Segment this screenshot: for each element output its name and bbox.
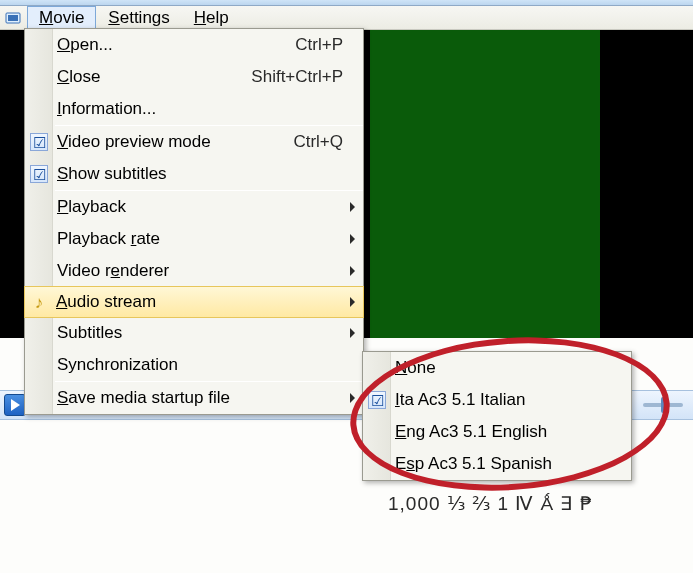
music-icon: ♪ — [30, 294, 48, 312]
menu-item-show-subtitles[interactable]: ☑ Show subtitles — [25, 158, 363, 190]
menu-item-label: Video preview mode — [57, 132, 283, 152]
sample-text-row: 1,000 ⅓ ⅔ 1 Ⅳ Ǻ ∃ ₱ — [388, 492, 593, 515]
submenu-arrow-icon — [350, 297, 355, 307]
menu-item-shortcut: Shift+Ctrl+P — [251, 67, 343, 87]
menu-movie-label: Movie — [39, 8, 84, 27]
menu-item-label: Audio stream — [56, 292, 343, 312]
menu-item-label: Ita Ac3 5.1 Italian — [395, 390, 611, 410]
menu-item-label: Save media startup file — [57, 388, 343, 408]
submenu-item-italian[interactable]: ☑ Ita Ac3 5.1 Italian — [363, 384, 631, 416]
menu-item-synchronization[interactable]: Synchronization — [25, 349, 363, 381]
menu-item-label: Eng Ac3 5.1 English — [395, 422, 611, 442]
menu-item-shortcut: Ctrl+Q — [293, 132, 343, 152]
submenu-item-english[interactable]: Eng Ac3 5.1 English — [363, 416, 631, 448]
play-button[interactable] — [4, 394, 26, 416]
menu-item-open[interactable]: Open... Ctrl+P — [25, 29, 363, 61]
menu-item-playback-rate[interactable]: Playback rate — [25, 223, 363, 255]
check-icon: ☑ — [368, 391, 386, 409]
menubar: Movie Settings Help — [0, 6, 693, 30]
menu-item-label: Playback rate — [57, 229, 343, 249]
menu-item-subtitles[interactable]: Subtitles — [25, 317, 363, 349]
submenu-arrow-icon — [350, 266, 355, 276]
menu-item-playback[interactable]: Playback — [25, 191, 363, 223]
menu-item-label: None — [395, 358, 611, 378]
menu-item-label: Information... — [57, 99, 343, 119]
menu-item-label: Video renderer — [57, 261, 343, 281]
movie-menu-dropdown: Open... Ctrl+P Close Shift+Ctrl+P Inform… — [24, 28, 364, 415]
svg-rect-1 — [8, 15, 18, 21]
audio-stream-submenu: None ☑ Ita Ac3 5.1 Italian Eng Ac3 5.1 E… — [362, 351, 632, 481]
submenu-item-none[interactable]: None — [363, 352, 631, 384]
menu-item-label: Open... — [57, 35, 285, 55]
submenu-item-spanish[interactable]: Esp Ac3 5.1 Spanish — [363, 448, 631, 480]
menu-item-close[interactable]: Close Shift+Ctrl+P — [25, 61, 363, 93]
submenu-arrow-icon — [350, 393, 355, 403]
menu-item-video-preview-mode[interactable]: ☑ Video preview mode Ctrl+Q — [25, 126, 363, 158]
submenu-arrow-icon — [350, 328, 355, 338]
submenu-arrow-icon — [350, 234, 355, 244]
menu-item-information[interactable]: Information... — [25, 93, 363, 125]
check-icon: ☑ — [30, 133, 48, 151]
menu-item-audio-stream[interactable]: ♪ Audio stream — [24, 286, 364, 318]
menu-item-video-renderer[interactable]: Video renderer — [25, 255, 363, 287]
menu-item-label: Playback — [57, 197, 343, 217]
menu-item-shortcut: Ctrl+P — [295, 35, 343, 55]
menu-help[interactable]: Help — [182, 6, 241, 30]
submenu-arrow-icon — [350, 202, 355, 212]
video-preview — [370, 30, 600, 338]
app-icon — [5, 10, 21, 26]
menu-movie[interactable]: Movie — [27, 6, 96, 30]
menu-settings-label: Settings — [108, 8, 169, 27]
menu-item-label: Show subtitles — [57, 164, 343, 184]
menu-item-label: Close — [57, 67, 241, 87]
seek-slider-thumb[interactable] — [661, 397, 665, 413]
menu-item-label: Esp Ac3 5.1 Spanish — [395, 454, 611, 474]
menu-item-label: Synchronization — [57, 355, 343, 375]
menu-settings[interactable]: Settings — [96, 6, 181, 30]
menu-item-label: Subtitles — [57, 323, 343, 343]
menu-item-save-media-startup-file[interactable]: Save media startup file — [25, 382, 363, 414]
menu-help-label: Help — [194, 8, 229, 27]
check-icon: ☑ — [30, 165, 48, 183]
